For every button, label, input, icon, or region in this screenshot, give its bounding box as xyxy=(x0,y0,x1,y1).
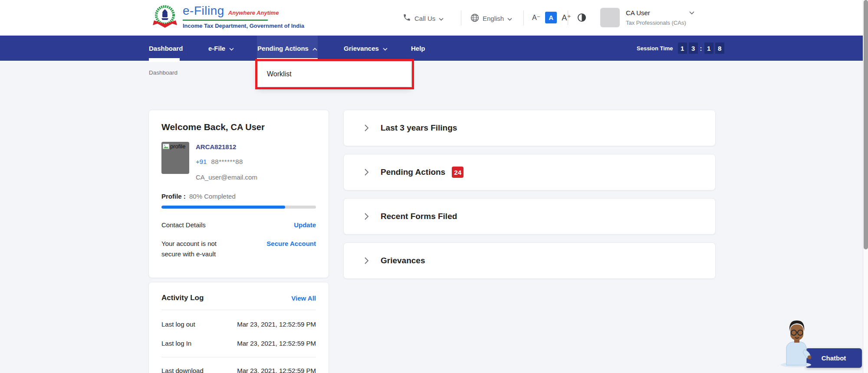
profile-progress-track xyxy=(161,206,316,209)
chevron-down-icon xyxy=(689,9,694,16)
nav-label: e-File xyxy=(208,45,225,52)
session-time-label: Session Time xyxy=(637,45,673,52)
language-label: English xyxy=(483,15,504,22)
brand-tagline: Anywhere Anytime xyxy=(228,10,279,16)
session-digit: 8 xyxy=(715,43,724,54)
accordion-pending-actions[interactable]: Pending Actions 24 xyxy=(343,154,716,190)
activity-value: Mar 23, 2021, 12:52:59 PM xyxy=(237,340,316,347)
chevron-down-icon xyxy=(439,15,444,22)
divider xyxy=(161,357,316,357)
nav-item-help[interactable]: Help xyxy=(411,36,425,61)
top-header: e-Filing Anywhere Anytime Income Tax Dep… xyxy=(0,0,868,36)
chevron-right-icon xyxy=(364,124,369,132)
chevron-up-icon xyxy=(312,45,317,52)
activity-log-header: Activity Log View All xyxy=(161,294,316,302)
nav-label: Dashboard xyxy=(149,45,183,52)
font-size-controls: A⁻ A A⁺ xyxy=(532,12,571,23)
contrast-icon xyxy=(577,16,586,23)
chatbot-label: Chatbot xyxy=(822,354,846,362)
nav-label: Help xyxy=(411,45,425,52)
chevron-down-icon xyxy=(507,15,512,22)
view-all-link[interactable]: View All xyxy=(291,294,316,302)
accordion-last-3-years-filings[interactable]: Last 3 years Filings xyxy=(343,110,716,146)
evault-row: Your account is not secure with e-vault … xyxy=(161,239,316,259)
welcome-greeting: Welcome Back, xyxy=(161,122,228,132)
pending-actions-active-indicator xyxy=(257,58,318,62)
dashboard-active-indicator xyxy=(149,58,180,62)
activity-label: Last log In xyxy=(161,340,191,347)
logo-green-rule xyxy=(183,20,268,21)
department-name: Income Tax Department, Government of Ind… xyxy=(183,23,304,29)
nav-label: Grievances xyxy=(344,45,379,52)
profile-completion-value: 80% Completed xyxy=(189,193,236,200)
user-role: Tax Professionals (CAs) xyxy=(626,20,694,26)
session-colon: : xyxy=(700,45,702,52)
broken-image-icon xyxy=(163,143,169,151)
contact-details-label: Contact Details xyxy=(161,221,206,229)
activity-value: Mar 23, 2021, 12:52:59 PM xyxy=(237,367,316,373)
logo-text: e-Filing Anywhere Anytime Income Tax Dep… xyxy=(183,4,304,29)
contact-details-row: Contact Details Update xyxy=(161,221,316,229)
evault-line1: Your account is not xyxy=(161,240,217,247)
welcome-title: Welcome Back, CA User xyxy=(161,122,316,132)
header-divider xyxy=(461,10,461,25)
welcome-user-name: CA User xyxy=(231,122,265,132)
breadcrumb[interactable]: Dashboard xyxy=(149,69,178,76)
chevron-down-icon xyxy=(383,45,388,52)
font-default-button[interactable]: A xyxy=(545,12,557,23)
session-digit: 1 xyxy=(704,43,713,54)
user-menu[interactable]: CA User Tax Professionals (CAs) xyxy=(600,8,694,27)
activity-log-title: Activity Log xyxy=(161,294,204,302)
evault-text: Your account is not secure with e-vault xyxy=(161,239,217,259)
activity-value: Mar 23, 2021, 12:52:59 PM xyxy=(237,321,316,328)
vertical-scrollbar-track[interactable] xyxy=(863,0,868,373)
profile-label: Profile : xyxy=(161,193,186,200)
phone-country-code: +91 xyxy=(196,158,207,165)
pending-count-badge: 24 xyxy=(452,167,464,178)
nav-item-pending-actions[interactable]: Pending Actions xyxy=(257,36,318,61)
accordion-title: Recent Forms Filed xyxy=(381,212,457,221)
accordion-title: Last 3 years Filings xyxy=(381,123,457,133)
chevron-right-icon xyxy=(364,168,369,176)
header-divider xyxy=(568,10,568,25)
nav-item-efile[interactable]: e-File xyxy=(208,36,234,61)
activity-row: Last log In Mar 23, 2021, 12:52:59 PM xyxy=(161,340,316,347)
brand-name: e-Filing xyxy=(183,4,224,18)
chevron-right-icon xyxy=(364,213,369,220)
font-decrease-button[interactable]: A⁻ xyxy=(532,13,540,22)
profile-info: ARCA821812 +9188******88 CA_user@email.c… xyxy=(196,142,257,181)
accordion-recent-forms-filed[interactable]: Recent Forms Filed xyxy=(343,198,716,235)
nav-label: Pending Actions xyxy=(257,45,309,52)
menu-item-worklist[interactable]: Worklist xyxy=(257,61,411,87)
vertical-scrollbar-thumb[interactable] xyxy=(864,0,868,249)
secure-account-link[interactable]: Secure Account xyxy=(266,239,316,249)
profile-progress-fill xyxy=(161,206,285,209)
user-name: CA User xyxy=(626,9,650,16)
call-us-menu[interactable]: Call Us xyxy=(403,13,444,23)
language-selector[interactable]: English xyxy=(470,13,512,23)
call-us-label: Call Us xyxy=(414,15,435,22)
activity-row: Last log out Mar 23, 2021, 12:52:59 PM xyxy=(161,321,316,328)
efiling-logo-link[interactable]: e-Filing Anywhere Anytime Income Tax Dep… xyxy=(153,4,304,32)
activity-log-card: Activity Log View All Last log out Mar 2… xyxy=(148,282,329,373)
chatbot-avatar[interactable] xyxy=(779,319,815,368)
evault-line2: secure with e-vault xyxy=(161,250,216,258)
user-email: CA_user@email.com xyxy=(196,173,257,181)
nav-item-dashboard[interactable]: Dashboard xyxy=(149,36,183,61)
font-increase-button[interactable]: A⁺ xyxy=(562,13,571,23)
header-divider xyxy=(523,10,524,25)
accordion-title: Grievances xyxy=(381,256,425,265)
chevron-right-icon xyxy=(364,257,369,265)
divider xyxy=(161,310,316,310)
efiling-dashboard-screen: e-Filing Anywhere Anytime Income Tax Dep… xyxy=(0,0,868,373)
profile-completion-text: Profile : 80% Completed xyxy=(161,193,316,200)
update-link[interactable]: Update xyxy=(294,221,316,229)
chevron-down-icon xyxy=(229,45,234,52)
profile-image-placeholder: profile xyxy=(161,142,189,174)
accordion-grievances[interactable]: Grievances xyxy=(343,242,716,279)
nav-item-grievances[interactable]: Grievances xyxy=(344,36,388,61)
session-timer: Session Time 1 3 : 1 8 xyxy=(637,36,725,61)
phone-icon xyxy=(403,13,411,23)
contrast-toggle[interactable] xyxy=(577,13,586,22)
user-phone: +9188******88 xyxy=(196,158,257,165)
